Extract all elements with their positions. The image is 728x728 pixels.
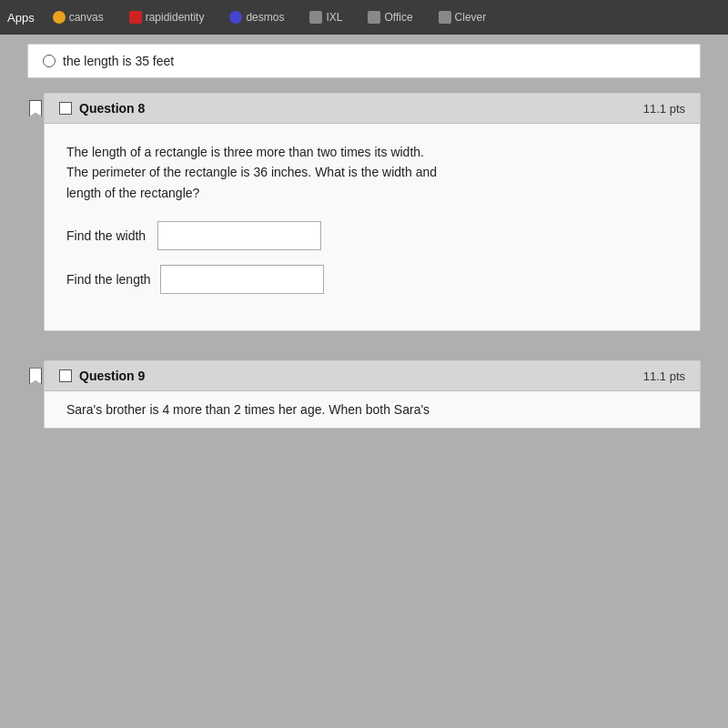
bookmark-icon-q9[interactable] [29,368,42,384]
width-input-row: Find the width [66,221,678,250]
tab-desmos[interactable]: desmos [222,7,291,27]
question8-body: The length of a rectangle is three more … [45,124,700,330]
office-icon [368,11,380,24]
length-input[interactable] [160,265,324,294]
tab-canvas-label: canvas [69,11,104,24]
radio-circle [43,55,56,67]
question8-points: 11.1 pts [643,102,685,116]
question8-text-line2: The perimeter of the rectangle is 36 inc… [66,165,437,179]
question9-wrapper: Question 9 11.1 pts Sara's brother is 4 … [27,360,701,429]
tab-clever[interactable]: Clever [431,7,494,27]
main-content: the length is 35 feet Question 8 11.1 pt… [0,35,728,728]
desmos-icon [229,11,242,24]
find-length-label: Find the length [66,272,151,287]
bookmark-strip-q8 [27,93,44,346]
question8-card: Question 8 11.1 pts The length of a rect… [44,93,701,346]
tab-office[interactable]: Office [360,7,420,27]
question9-checkbox[interactable] [59,369,72,382]
question9-header-left: Question 9 [59,369,145,383]
radio-option-length[interactable]: the length is 35 feet [43,54,685,68]
tab-ixl-label: IXL [326,11,342,24]
rapididentity-icon [129,11,142,24]
question8-header: Question 8 11.1 pts [45,94,700,124]
question8-wrapper: Question 8 11.1 pts The length of a rect… [27,93,701,346]
question8-title: Question 8 [79,101,145,116]
question9-card-inner: Question 9 11.1 pts Sara's brother is 4 … [44,360,701,429]
question8-header-left: Question 8 [59,101,145,116]
bookmark-strip-q9 [27,360,44,429]
tab-rapididentity[interactable]: rapididentity [122,7,212,27]
length-input-row: Find the length [66,265,678,294]
bookmark-icon-q8[interactable] [29,100,42,116]
question8-text-line3: length of the rectangle? [66,186,199,200]
question8-checkbox[interactable] [59,102,72,115]
tab-rapididentity-label: rapididentity [146,11,205,24]
question9-body: Sara's brother is 4 more than 2 times he… [45,391,700,428]
question8-text: The length of a rectangle is three more … [66,142,678,203]
tab-clever-label: Clever [455,11,487,24]
tab-ixl[interactable]: IXL [302,7,349,27]
find-width-label: Find the width [66,228,148,243]
topbar: Apps canvas rapididentity desmos IXL Off… [0,0,728,35]
tab-canvas[interactable]: canvas [46,7,111,27]
clever-icon [439,11,451,24]
width-input[interactable] [157,221,321,250]
radio-option-text: the length is 35 feet [63,54,174,68]
question9-points: 11.1 pts [643,369,685,383]
apps-label[interactable]: Apps [7,11,35,25]
question9-header: Question 9 11.1 pts [45,361,700,391]
question9-title: Question 9 [79,369,145,383]
question9-card: Question 9 11.1 pts Sara's brother is 4 … [44,360,701,429]
tab-office-label: Office [384,11,412,24]
question9-partial-text: Sara's brother is 4 more than 2 times he… [66,402,430,417]
question8-text-line1: The length of a rectangle is three more … [66,145,424,159]
prev-question-remnant: the length is 35 feet [27,44,701,78]
question8-container: Question 8 11.1 pts The length of a rect… [44,93,701,331]
canvas-icon [53,11,66,24]
tab-desmos-label: desmos [246,11,284,24]
ixl-icon [309,11,322,24]
